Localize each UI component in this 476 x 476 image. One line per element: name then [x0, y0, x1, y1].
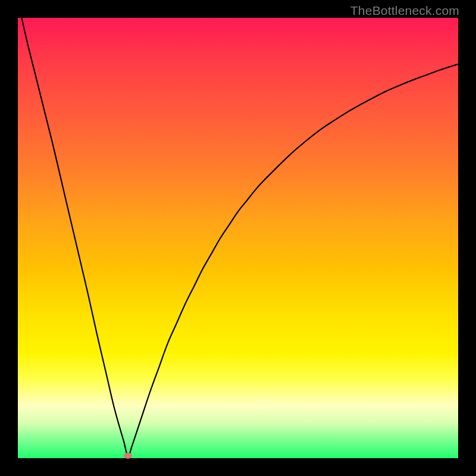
watermark-text: TheBottleneck.com	[350, 4, 459, 18]
chart-frame: TheBottleneck.com	[0, 0, 476, 476]
bottleneck-curve-svg	[18, 18, 458, 458]
bottleneck-curve	[18, 0, 458, 456]
optimal-point-marker	[124, 453, 132, 459]
plot-area	[18, 18, 458, 458]
